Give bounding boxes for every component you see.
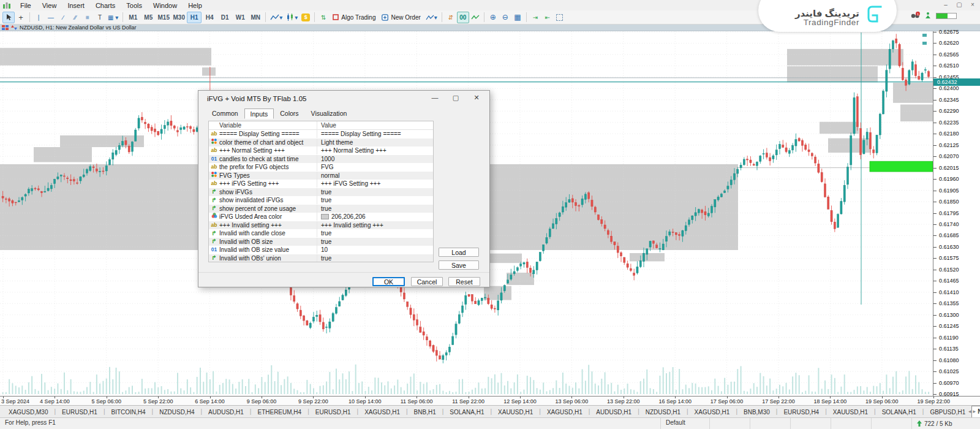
algo-trading-button[interactable]: Algo Trading [330, 12, 379, 23]
menu-window[interactable]: Window [148, 1, 183, 10]
param-value[interactable]: 206,206,206 [317, 213, 433, 221]
shapes-tool-button[interactable]: ▦ ▾ [106, 12, 120, 23]
new-order-button[interactable]: New Order [379, 12, 423, 23]
bars-count-toggle[interactable]: 00 [457, 12, 469, 23]
param-row[interactable]: abthe prefix for FVG objectsFVG [209, 163, 433, 172]
notifications-icon[interactable]: 1 [910, 12, 920, 20]
dialog-title-bar[interactable]: iFVG + Void MT5 By TFlab 1.05 — ▢ ✕ [198, 91, 489, 107]
profit-display-button[interactable]: $ [300, 12, 312, 23]
menu-view[interactable]: View [37, 1, 62, 10]
param-row[interactable]: ↱Invalid with OB sizetrue [209, 238, 433, 246]
param-value[interactable]: 1000 [317, 155, 433, 163]
window-restore-button[interactable]: ▢ [956, 1, 963, 9]
menu-charts[interactable]: Charts [90, 1, 121, 10]
param-row[interactable]: iFVG Usded Area color206,206,206 [209, 213, 433, 221]
trendline-tool-button[interactable]: ∕ [57, 12, 69, 23]
crosshair-tool-button[interactable]: + [15, 12, 27, 23]
param-value[interactable]: normal [317, 172, 433, 180]
symbol-tab-XAGUSD-H1[interactable]: XAGUSD,H1 [358, 407, 406, 417]
timeframe-MN[interactable]: MN [248, 12, 263, 23]
param-value[interactable]: true [317, 238, 433, 246]
dialog-minimize-button[interactable]: — [424, 91, 445, 104]
tile-windows-button[interactable]: ▦ [511, 12, 524, 23]
param-value[interactable]: +++ Invalid setting +++ [317, 221, 433, 229]
symbol-tab-SOLANA-H1[interactable]: SOLANA,H1 [876, 407, 922, 417]
indicators-button[interactable]: ▾ [424, 12, 439, 23]
dialog-tab-common[interactable]: Common [206, 108, 244, 118]
param-row[interactable]: FVG Typesnormal [209, 172, 433, 180]
zoom-in-button[interactable]: ⊕ [487, 12, 499, 23]
param-row[interactable]: ↱show iFVGstrue [209, 188, 433, 197]
dialog-tab-inputs[interactable]: Inputs [244, 108, 274, 119]
param-value[interactable]: true [317, 196, 433, 204]
symbol-tab-XAUUSD-H1[interactable]: XAUUSD,H1 [492, 407, 539, 417]
symbol-tab-XAGUSD-H1[interactable]: XAGUSD,H1 [541, 407, 589, 417]
symbol-tab-NZDUSD-H4[interactable]: NZDUSD,H4 [153, 407, 200, 417]
horizontal-line-tool-button[interactable]: — [45, 12, 57, 23]
ok-button[interactable]: OK [372, 277, 405, 286]
param-value[interactable]: true [317, 188, 433, 196]
param-value[interactable]: Light theme [317, 139, 433, 146]
cursor-tool-button[interactable] [2, 12, 15, 23]
timeframe-D1[interactable]: D1 [217, 12, 232, 23]
param-value[interactable]: 10 [317, 246, 433, 254]
dialog-tab-visualization[interactable]: Visualization [305, 108, 353, 118]
param-row[interactable]: ab+++ iFVG Setting ++++++ iFVG Setting +… [209, 180, 433, 188]
trade-levels-button[interactable]: ⇵ [445, 12, 457, 23]
menu-help[interactable]: Help [183, 1, 208, 10]
equidistant-channel-tool-button[interactable]: ≡ [81, 12, 94, 23]
profile-cell[interactable]: Default [660, 418, 709, 429]
load-button[interactable]: Load [439, 248, 479, 257]
symbol-tab-ETHEREUM-H4[interactable]: ETHEREUM,H4 [251, 407, 307, 417]
line-chart-type-button[interactable]: ▾ [268, 12, 284, 23]
param-value[interactable]: FVG [317, 163, 433, 171]
dialog-tab-colors[interactable]: Colors [274, 108, 304, 118]
window-minimize-button[interactable]: – [942, 1, 949, 9]
symbol-tab-EURUSD-H1[interactable]: EURUSD,H1 [309, 407, 357, 417]
save-button[interactable]: Save [439, 260, 479, 270]
window-close-button[interactable]: × [969, 1, 976, 9]
zoom-out-button[interactable]: ⊖ [499, 12, 511, 23]
symbol-tab-XAGUSD-H1[interactable]: XAGUSD,H1 [688, 407, 736, 417]
symbol-tab-GBPUSD-H1[interactable]: GBPUSD,H1 [924, 407, 971, 417]
param-row[interactable]: color theme of chart and objectLight the… [209, 139, 433, 147]
symbol-tab-NZDUSD-H1[interactable]: NZDUSD,H1 [639, 407, 687, 417]
symbol-tab-EURUSD-H1[interactable]: EURUSD,H1 [56, 407, 104, 417]
symbol-tab-XAUUSD-H1[interactable]: XAUUSD,H1 [827, 407, 874, 417]
param-row[interactable]: ↱Invalid with OBs' uniontrue [209, 254, 433, 263]
param-row[interactable]: 01Invalid with OB size value10 [209, 246, 433, 254]
text-tool-button[interactable]: T [94, 12, 106, 23]
zigzag-icon[interactable] [469, 12, 481, 23]
symbol-tab-EURUSD-H4[interactable]: EURUSD,H4 [777, 407, 825, 417]
tab-scroll-arrows[interactable]: ◂▸ [968, 408, 978, 414]
param-value[interactable]: true [317, 205, 433, 213]
channel-tool-button[interactable]: ∕∕ [69, 12, 81, 23]
timeframe-H1[interactable]: H1 [187, 12, 202, 23]
symbol-tab-BITCOIN-H4[interactable]: BITCOIN,H4 [105, 407, 151, 417]
param-value[interactable]: +++ iFVG Setting +++ [317, 180, 433, 188]
chart-area[interactable]: 0.62432 0.626750.626200.625650.625100.62… [0, 31, 980, 396]
dialog-close-button[interactable]: ✕ [466, 91, 487, 104]
param-value[interactable]: true [317, 254, 433, 262]
select-object-button[interactable] [554, 12, 566, 23]
symbol-tab-XAGUSD-M30[interactable]: XAGUSD,M30 [2, 407, 54, 417]
timeframe-M15[interactable]: M15 [156, 12, 171, 23]
symbol-tab-AUDUSD-H1[interactable]: AUDUSD,H1 [590, 407, 638, 417]
param-value[interactable]: +++ Normal Setting +++ [317, 146, 433, 154]
dialog-maximize-button[interactable]: ▢ [445, 91, 466, 104]
param-row[interactable]: ↱Invalid with candle closetrue [209, 229, 433, 238]
param-row[interactable]: ↱show invalidated iFVGstrue [209, 196, 433, 205]
vertical-line-tool-button[interactable]: | [32, 12, 45, 23]
chart-shift-button[interactable]: ⇥ [529, 12, 541, 23]
menu-tools[interactable]: Tools [121, 1, 148, 10]
timeframe-M30[interactable]: M30 [172, 12, 186, 23]
menu-file[interactable]: File [15, 1, 37, 10]
symbol-tab-BNB-M30[interactable]: BNB,M30 [737, 407, 776, 417]
candle-chart-type-button[interactable]: ▾ [284, 12, 300, 23]
timeframe-W1[interactable]: W1 [233, 12, 247, 23]
timeframe-H4[interactable]: H4 [202, 12, 217, 23]
price-axis[interactable]: 0.62432 0.626750.626200.625650.625100.62… [933, 31, 980, 396]
buy-sell-arrows-icon[interactable]: ⇅ [317, 12, 330, 23]
symbol-tab-SOLANA-H1[interactable]: SOLANA,H1 [443, 407, 490, 417]
parameters-table[interactable]: VariableValueab===== Display Setting ===… [208, 121, 434, 262]
